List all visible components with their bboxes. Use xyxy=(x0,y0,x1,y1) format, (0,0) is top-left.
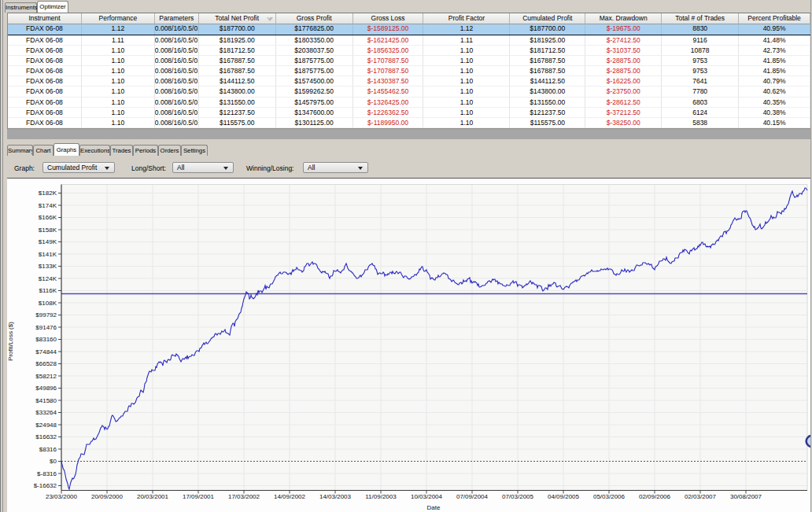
svg-text:14/09/2002: 14/09/2002 xyxy=(274,493,306,500)
svg-text:$174K: $174K xyxy=(39,202,57,209)
svg-text:04/09/2005: 04/09/2005 xyxy=(548,493,580,500)
svg-text:Date: Date xyxy=(427,504,441,511)
svg-text:$41580: $41580 xyxy=(35,397,57,404)
svg-text:$141K: $141K xyxy=(39,251,57,258)
svg-text:$-8316: $-8316 xyxy=(37,470,57,477)
svg-text:11/09/2003: 11/09/2003 xyxy=(365,493,397,500)
svg-text:$91476: $91476 xyxy=(35,324,57,331)
svg-text:$66528: $66528 xyxy=(35,360,57,367)
svg-text:$0: $0 xyxy=(50,458,57,465)
svg-text:$49896: $49896 xyxy=(35,385,57,392)
svg-text:$158K: $158K xyxy=(39,227,57,234)
svg-text:$166K: $166K xyxy=(39,214,57,221)
svg-text:17/09/2001: 17/09/2001 xyxy=(183,493,215,500)
svg-text:20/09/2000: 20/09/2000 xyxy=(91,493,124,500)
svg-text:$8316: $8316 xyxy=(39,446,57,453)
svg-text:$83160: $83160 xyxy=(35,336,57,343)
svg-text:30/08/2007: 30/08/2007 xyxy=(730,493,762,500)
svg-text:$124K: $124K xyxy=(39,275,57,282)
svg-text:$-16632: $-16632 xyxy=(34,482,57,489)
svg-text:$116K: $116K xyxy=(39,287,57,294)
svg-text:02/09/2006: 02/09/2006 xyxy=(639,493,671,500)
svg-text:$58212: $58212 xyxy=(35,373,57,380)
svg-text:23/03/2000: 23/03/2000 xyxy=(46,493,78,500)
svg-text:20/03/2001: 20/03/2001 xyxy=(137,493,169,500)
svg-text:17/03/2002: 17/03/2002 xyxy=(228,493,260,500)
svg-text:14/03/2003: 14/03/2003 xyxy=(319,493,352,500)
svg-text:$24948: $24948 xyxy=(35,422,57,429)
svg-text:Profit/Loss ($): Profit/Loss ($) xyxy=(7,322,14,361)
svg-text:07/03/2005: 07/03/2005 xyxy=(502,493,534,500)
svg-text:$133K: $133K xyxy=(39,263,57,270)
svg-text:$108K: $108K xyxy=(39,300,57,307)
svg-text:05/03/2006: 05/03/2006 xyxy=(593,493,626,500)
svg-text:$33264: $33264 xyxy=(35,409,57,416)
svg-text:$74844: $74844 xyxy=(35,348,57,355)
svg-text:02/03/2007: 02/03/2007 xyxy=(685,493,717,500)
svg-text:07/09/2004: 07/09/2004 xyxy=(456,493,489,500)
svg-text:$182K: $182K xyxy=(39,190,57,197)
svg-text:$16632: $16632 xyxy=(35,433,57,440)
svg-text:$149K: $149K xyxy=(39,238,57,245)
svg-text:$99792: $99792 xyxy=(35,311,57,319)
svg-text:10/03/2004: 10/03/2004 xyxy=(411,493,443,500)
